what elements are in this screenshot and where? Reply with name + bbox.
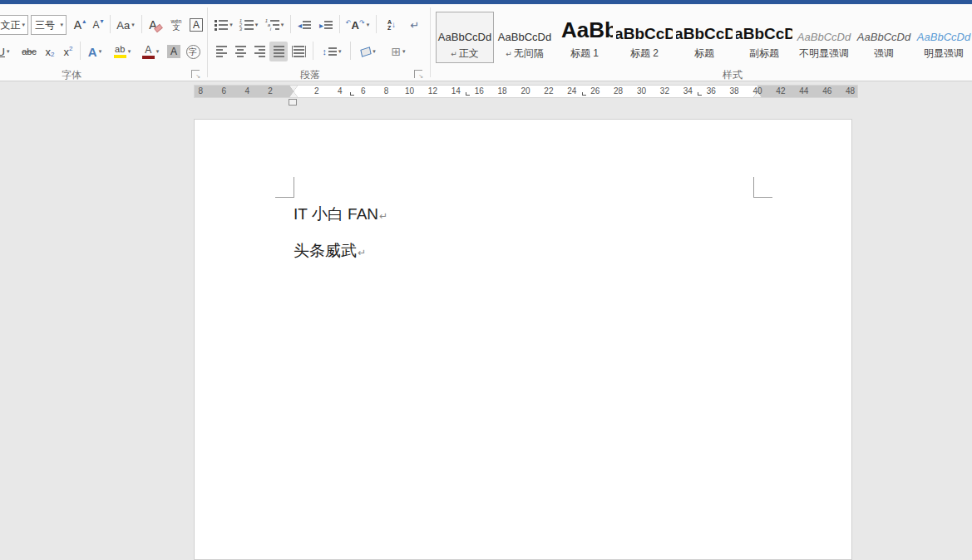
ruler-number: 44 <box>799 86 808 96</box>
strikethrough-button[interactable]: abc <box>18 42 40 61</box>
ruler-number: 6 <box>361 86 366 96</box>
paragraph-mark: ↵ <box>358 247 366 258</box>
clear-formatting-button[interactable]: A <box>146 15 165 35</box>
chevron-down-icon: ▾ <box>255 22 259 28</box>
distributed-icon <box>292 46 306 57</box>
grow-font-letter: A <box>74 18 81 32</box>
highlight-color-button[interactable]: ab ▾ <box>109 42 136 61</box>
change-case-letters: Aa <box>116 19 130 32</box>
multilevel-list-button[interactable]: 1 a i ▾ <box>262 15 287 35</box>
first-line-indent-marker[interactable] <box>289 86 298 91</box>
font-group-label: 字体 <box>22 68 121 82</box>
ruler-number: 48 <box>846 86 855 96</box>
style-preview: AaBbCcDd <box>856 17 912 43</box>
ruler-number: 2 <box>268 86 273 96</box>
character-shading-button[interactable]: A <box>165 42 183 61</box>
style-item-3[interactable]: AaBbCcDd标题 1 <box>555 12 614 63</box>
left-indent-marker[interactable] <box>289 99 297 106</box>
separator <box>141 15 142 33</box>
style-name: 副标题 <box>736 47 792 61</box>
style-item-7[interactable]: AaBbCcDd不明显强调 <box>795 12 853 63</box>
show-hide-marks-button[interactable]: ↵ <box>406 15 424 35</box>
hanging-indent-marker[interactable] <box>289 91 298 97</box>
justify-button[interactable] <box>269 42 288 61</box>
ruler-number: 8 <box>199 86 204 96</box>
asian-layout-button[interactable]: ↶ A ↷ ▾ <box>343 15 373 35</box>
paragraph-mark-icon: ↵ <box>411 19 420 32</box>
shading-button[interactable]: ▾ <box>354 42 382 61</box>
font-size-value: 三号 <box>32 18 59 32</box>
ruler-number: 42 <box>776 86 785 96</box>
font-color-icon: A <box>142 45 155 59</box>
underline-button[interactable]: U ▾ <box>0 42 15 61</box>
align-center-button[interactable] <box>231 42 249 61</box>
superscript-mark: 2 <box>69 45 72 52</box>
pilcrow-icon: ↵ <box>451 50 457 58</box>
sort-button[interactable]: A Z ↓ <box>381 15 402 35</box>
style-item-4[interactable]: AaBbCcDd标题 2 <box>615 12 673 63</box>
highlight-color-swatch <box>114 55 126 58</box>
separator <box>376 15 377 33</box>
style-item-9[interactable]: AaBbCcDd明显强调 <box>915 12 972 63</box>
ruler-number: 2 <box>314 86 319 96</box>
chevron-down-icon: ▾ <box>338 48 342 55</box>
align-center-icon <box>235 46 246 57</box>
numbering-button[interactable]: 1 2 3 ▾ <box>237 15 260 35</box>
align-left-button[interactable] <box>212 42 230 61</box>
subscript-mark: 2 <box>51 51 54 58</box>
change-case-button[interactable]: Aa ▾ <box>113 15 138 35</box>
decrease-indent-icon: ◂ <box>298 21 311 30</box>
margin-crop-mark-top-right <box>753 177 772 198</box>
horizontal-ruler[interactable]: 8642246810121416182022242628303234363840… <box>194 85 858 98</box>
distributed-button[interactable] <box>289 42 308 61</box>
bullets-button[interactable]: ▾ <box>212 15 235 35</box>
style-item-5[interactable]: AaBbCcDd标题 <box>675 12 733 63</box>
tab-stop-marker[interactable] <box>466 92 470 96</box>
asian-layout-icon: ↶ A ↷ <box>346 20 365 31</box>
tab-stop-marker[interactable] <box>582 92 586 96</box>
style-name: 标题 1 <box>556 47 613 61</box>
enclose-characters-button[interactable]: 字 <box>184 42 202 61</box>
grow-font-button[interactable]: A ▴ <box>72 15 88 35</box>
style-item-2[interactable]: AaBbCcDd↵无间隔 <box>496 12 554 63</box>
paragraph-mark: ↵ <box>379 210 387 222</box>
ruler-number: 18 <box>498 86 507 96</box>
tab-stop-marker[interactable] <box>698 92 702 96</box>
font-dialog-launcher[interactable]: ↘ <box>191 70 200 78</box>
font-color-swatch <box>142 56 155 59</box>
document-page[interactable]: IT 小白 FAN↵头条威武↵ <box>194 119 852 560</box>
document-paragraph[interactable]: 头条威武↵ <box>294 233 759 270</box>
style-preview: AaBbCcDd <box>676 17 733 43</box>
ruler-number: 8 <box>384 86 389 96</box>
font-size-select[interactable]: 三号 ▾ <box>31 15 67 35</box>
line-spacing-button[interactable]: ↕ ▾ <box>317 42 347 61</box>
phonetic-guide-button[interactable]: wén 文 <box>167 15 185 35</box>
chevron-down-icon: ▾ <box>402 48 406 55</box>
style-preview: AaBbCcDd <box>796 17 852 43</box>
decrease-indent-button[interactable]: ◂ <box>294 15 314 35</box>
style-preview: AaBbCcDd <box>915 17 972 43</box>
shrink-font-button[interactable]: A ▾ <box>90 15 106 35</box>
style-item-6[interactable]: AaBbCcDd副标题 <box>735 12 793 63</box>
borders-button[interactable]: ⊞ ▾ <box>384 42 412 61</box>
subscript-button[interactable]: x 2 <box>42 42 58 61</box>
font-name-select[interactable]: 中文正 ▾ <box>0 15 28 35</box>
character-border-button[interactable]: A <box>187 15 205 35</box>
superscript-button[interactable]: x 2 <box>60 42 76 61</box>
style-item-8[interactable]: AaBbCcDd强调 <box>855 12 913 63</box>
document-text[interactable]: IT 小白 FAN↵头条威武↵ <box>294 197 759 270</box>
document-paragraph[interactable]: IT 小白 FAN↵ <box>294 197 759 233</box>
text-effects-button[interactable]: A ▾ <box>83 42 106 61</box>
underline-letter: U <box>0 46 5 58</box>
style-item-1[interactable]: AaBbCcDd↵正文 <box>436 12 494 63</box>
tab-stop-marker[interactable] <box>350 92 354 96</box>
increase-indent-button[interactable]: ▸ <box>316 15 336 35</box>
styles-group-label: 样式 <box>683 68 782 82</box>
font-color-button[interactable]: A ▾ <box>138 42 163 61</box>
paragraph-dialog-launcher[interactable]: ↘ <box>414 70 422 78</box>
font-name-value: 中文正 <box>0 18 21 32</box>
chevron-down-icon: ▾ <box>60 22 63 28</box>
align-right-button[interactable] <box>250 42 269 61</box>
separator <box>313 42 313 60</box>
sort-icon: A Z ↓ <box>387 19 396 31</box>
